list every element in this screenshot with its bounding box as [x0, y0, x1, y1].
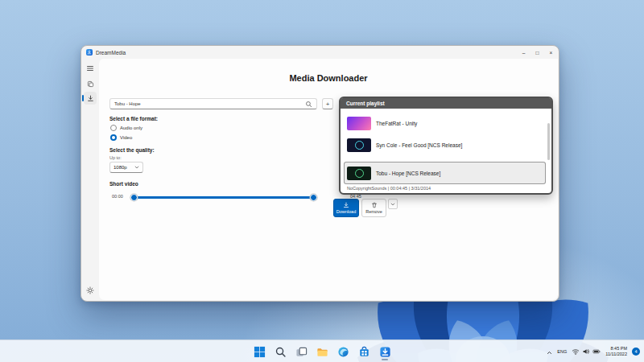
trim-start-label: 00:00 [112, 194, 123, 199]
media-url-field[interactable] [109, 98, 317, 109]
minimize-button[interactable]: – [517, 46, 530, 59]
download-icon [87, 95, 94, 102]
playlist-item-title: Syn Cole - Feel Good [NCS Release] [376, 142, 462, 148]
tray-time: 8:45 PM [605, 346, 627, 352]
app-logo-icon [86, 49, 93, 56]
remove-button[interactable]: Remove [361, 199, 386, 217]
sidebar [81, 59, 99, 301]
task-view-icon [295, 346, 308, 358]
playlist-item-title: TheFatRat - Unity [376, 121, 417, 126]
maximize-button[interactable]: □ [530, 46, 544, 59]
dreammedia-taskbar-button[interactable] [376, 343, 394, 360]
quality-hint: Up to: [109, 155, 122, 160]
playlist-scrollbar[interactable] [547, 123, 550, 160]
video-thumbnail [347, 117, 371, 130]
edge-icon [337, 346, 349, 358]
trash-icon [371, 202, 378, 208]
sidebar-item-clipboard[interactable] [84, 77, 97, 90]
clock[interactable]: 8:45 PM 11/11/2022 [605, 346, 627, 357]
format-label: Select a file format: [109, 116, 158, 121]
more-options-button[interactable] [388, 199, 398, 209]
folder-icon [316, 346, 328, 358]
search-icon [275, 346, 287, 358]
quality-label: Select the quality: [109, 147, 155, 153]
hamburger-icon [86, 64, 94, 72]
clipboard-icon [87, 80, 94, 88]
titlebar[interactable]: DreamMedia – □ × [81, 46, 559, 59]
short-video-label: Short video [109, 181, 138, 187]
chevron-up-icon [547, 350, 552, 356]
playlist-item-meta: NoCopyrightSounds | 00:04:45 | 3/31/2014 [347, 186, 545, 191]
quick-settings-button[interactable] [572, 348, 601, 356]
edge-button[interactable] [334, 343, 352, 360]
radio-video-label: Video [120, 135, 132, 140]
dreammedia-app-icon [379, 346, 391, 358]
radio-unchecked-icon [110, 125, 117, 131]
quality-dropdown[interactable]: 1080p [109, 162, 143, 173]
download-button-label: Download [336, 209, 356, 214]
download-icon [343, 202, 349, 208]
trim-range-slider[interactable] [133, 196, 315, 199]
download-button[interactable]: Download [333, 199, 359, 217]
sidebar-item-downloader[interactable] [84, 92, 97, 105]
remove-button-label: Remove [365, 209, 382, 214]
slider-end-handle[interactable] [310, 194, 317, 201]
chevron-down-icon [390, 202, 395, 207]
radio-video[interactable]: Video [110, 134, 132, 141]
close-button[interactable]: × [544, 46, 558, 59]
add-to-playlist-button[interactable]: + [322, 98, 333, 109]
taskbar: ENG 8:45 PM 11/11/2022 4 [0, 339, 644, 362]
windows-logo-icon [254, 346, 266, 358]
video-thumbnail [347, 167, 371, 180]
store-button[interactable] [355, 343, 373, 360]
playlist-item[interactable]: Syn Cole - Feel Good [NCS Release] [345, 134, 545, 155]
taskbar-center-icons [250, 343, 394, 360]
start-button[interactable] [250, 343, 268, 360]
playlist-body: TheFatRat - Unity Syn Cole - Feel Good [… [341, 109, 551, 191]
radio-audio-only[interactable]: Audio only [110, 125, 142, 131]
playlist-panel: Current playlist TheFatRat - Unity Syn C… [339, 97, 553, 195]
quality-value: 1080p [114, 165, 127, 170]
notification-badge[interactable]: 4 [632, 348, 640, 356]
tray-expand-button[interactable] [547, 344, 552, 359]
search-button[interactable] [271, 343, 289, 360]
playlist-item-selected[interactable]: Tobu - Hope [NCS Release] [345, 162, 545, 183]
playlist-item[interactable]: TheFatRat - Unity [345, 113, 545, 134]
battery-icon [592, 348, 601, 356]
window-title: DreamMedia [96, 50, 126, 56]
radio-audio-only-label: Audio only [120, 125, 142, 130]
playlist-header: Current playlist [341, 98, 551, 109]
chevron-down-icon [134, 165, 139, 170]
menu-button[interactable] [84, 62, 97, 75]
media-url-input[interactable] [114, 101, 305, 106]
radio-checked-icon [110, 134, 117, 141]
sidebar-item-settings[interactable] [84, 284, 97, 297]
content-area: Media Downloader + Select a file format:… [99, 59, 558, 300]
gear-icon [86, 286, 94, 294]
playlist-item-title: Tobu - Hope [NCS Release] [376, 171, 440, 176]
video-thumbnail [347, 138, 371, 152]
tray-date: 11/11/2022 [605, 352, 627, 357]
wifi-icon [572, 348, 580, 356]
desktop: DreamMedia – □ × Media Downloader [0, 0, 644, 362]
language-indicator[interactable]: ENG [557, 349, 567, 354]
page-title: Media Downloader [99, 73, 558, 83]
active-nav-indicator [82, 95, 84, 101]
system-tray: ENG 8:45 PM 11/11/2022 4 [547, 340, 640, 362]
task-view-button[interactable] [292, 343, 310, 360]
store-bag-icon [358, 346, 370, 358]
app-window: DreamMedia – □ × Media Downloader [80, 45, 559, 302]
volume-icon [582, 348, 590, 356]
slider-start-handle[interactable] [130, 194, 138, 201]
file-explorer-button[interactable] [313, 343, 331, 360]
search-icon[interactable] [305, 97, 312, 111]
window-controls: – □ × [517, 46, 558, 59]
